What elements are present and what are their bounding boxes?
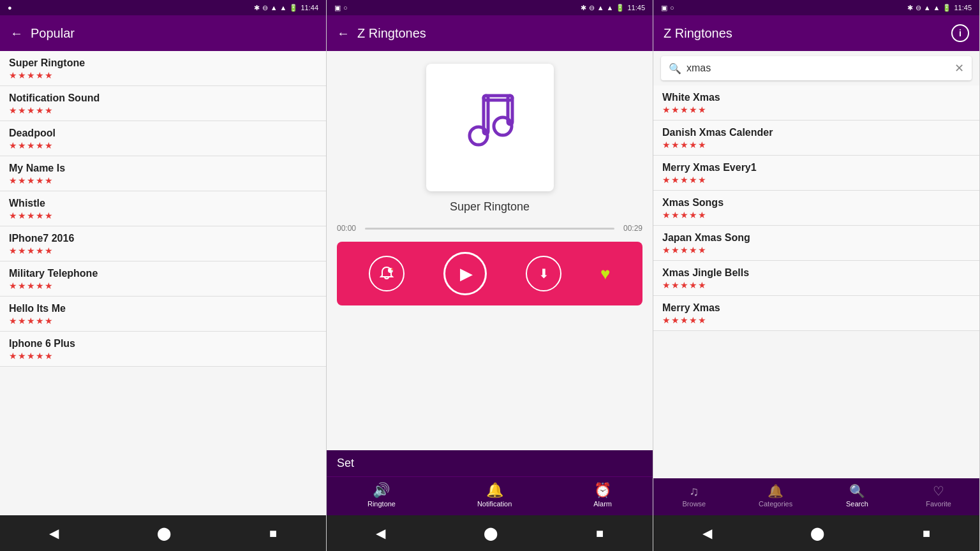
recents-nav-button[interactable]: ■	[269, 526, 277, 541]
favorite-tab-icon: ♡	[933, 483, 944, 499]
time-current: 00:00	[337, 224, 360, 233]
download-button[interactable]: ⬇	[526, 256, 561, 291]
status-dot: ●	[8, 4, 12, 11]
signal-icon-2: ▲	[607, 4, 614, 11]
alarm-icon: ⏰	[594, 482, 611, 499]
set-ringtone-button[interactable]: 📍	[369, 256, 405, 291]
player-content: Super Ringtone 00:00 00:29 📍 ▶	[327, 51, 653, 450]
list-item[interactable]: My Name Is ★★★★★	[0, 156, 326, 191]
status-bar-3: ▣ ○ ✱ ⊖ ▲ ▲ 🔋 11:45	[653, 0, 979, 15]
list-item[interactable]: Super Ringtone ★★★★★	[0, 51, 326, 86]
list-item[interactable]: Japan Xmas Song ★★★★★	[653, 226, 979, 261]
back-nav-button[interactable]: ◀	[49, 525, 59, 541]
player-controls: 📍 ▶ ⬇ ♥	[337, 242, 642, 305]
bottom-tabs-2: 🔊 Ringtone 🔔 Notification ⏰ Alarm	[327, 476, 653, 515]
stars: ★★★★★	[662, 280, 970, 290]
info-button[interactable]: i	[951, 24, 969, 42]
recents-nav-button-2[interactable]: ■	[596, 526, 604, 541]
back-nav-button-3[interactable]: ◀	[702, 525, 712, 541]
stars: ★★★★★	[9, 316, 317, 326]
svg-point-4	[494, 117, 512, 135]
ringtone-name: Japan Xmas Song	[662, 232, 970, 244]
minus-icon: ⊖	[262, 4, 268, 12]
clear-search-button[interactable]: ✕	[954, 61, 964, 75]
list-item[interactable]: Military Telephone ★★★★★	[0, 261, 326, 297]
play-icon: ▶	[460, 264, 473, 284]
player-header: ← Z Ringtones	[327, 15, 653, 51]
battery-icon-3: 🔋	[942, 4, 951, 12]
tab-categories[interactable]: 🔔 Categories	[757, 483, 795, 508]
list-item[interactable]: Notification Sound ★★★★★	[0, 86, 326, 121]
stars: ★★★★★	[662, 245, 970, 255]
stars: ★★★★★	[9, 246, 317, 256]
list-item[interactable]: Xmas Jingle Bells ★★★★★	[653, 261, 979, 296]
bottom-tabs-3: ♫ Browse 🔔 Categories 🔍 Search ♡ Favorit…	[653, 478, 979, 515]
home-nav-button[interactable]: ⬤	[157, 525, 171, 541]
list-item[interactable]: Whistle ★★★★★	[0, 191, 326, 226]
tab-browse[interactable]: ♫ Browse	[675, 484, 713, 508]
search-input[interactable]	[687, 62, 949, 74]
status-dot-3: ▣	[661, 4, 667, 12]
signal-icon: ▲	[280, 4, 287, 11]
back-button-2[interactable]: ←	[337, 26, 350, 41]
status-dot-2: ▣	[334, 4, 341, 12]
set-bar: Set	[327, 450, 653, 476]
stars: ★★★★★	[9, 175, 317, 186]
search-tab-icon: 🔍	[849, 483, 865, 499]
ringtone-name: Military Telephone	[9, 268, 317, 279]
ringtone-name: Deadpool	[9, 128, 317, 139]
ringtone-name: Hello Its Me	[9, 303, 317, 314]
list-item[interactable]: Hello Its Me ★★★★★	[0, 297, 326, 332]
progress-bar[interactable]	[365, 228, 614, 230]
minus-icon-3: ⊖	[916, 4, 921, 12]
list-item[interactable]: White Xmas ★★★★★	[653, 85, 979, 121]
tab-search[interactable]: 🔍 Search	[838, 483, 876, 508]
tab-ringtone[interactable]: 🔊 Ringtone	[368, 482, 396, 508]
tab-notification-label: Notification	[477, 500, 512, 508]
album-art	[426, 64, 554, 191]
stars: ★★★★★	[662, 175, 970, 185]
list-item[interactable]: Xmas Songs ★★★★★	[653, 191, 979, 226]
home-nav-button-3[interactable]: ⬤	[810, 525, 824, 541]
search-results: White Xmas ★★★★★ Danish Xmas Calender ★★…	[653, 85, 979, 478]
stars: ★★★★★	[9, 140, 317, 151]
time-display-2: 11:45	[627, 4, 645, 11]
panel-search: ▣ ○ ✱ ⊖ ▲ ▲ 🔋 11:45 Z Ringtones i 🔍 ✕ Wh…	[653, 0, 980, 551]
ringtone-name: My Name Is	[9, 163, 317, 174]
list-item[interactable]: Danish Xmas Calender ★★★★★	[653, 121, 979, 156]
list-item[interactable]: Merry Xmas ★★★★★	[653, 296, 979, 331]
home-nav-button-2[interactable]: ⬤	[484, 525, 498, 541]
recents-nav-button-3[interactable]: ■	[923, 526, 930, 541]
list-item[interactable]: IPhone7 2016 ★★★★★	[0, 226, 326, 261]
minus-icon-2: ⊖	[589, 4, 595, 12]
search-icon: 🔍	[669, 62, 681, 75]
tab-favorite[interactable]: ♡ Favorite	[919, 483, 958, 508]
ringtone-name: Whistle	[9, 198, 317, 209]
bluetooth-icon: ✱	[254, 4, 260, 12]
bottom-nav-1: ◀ ⬤ ■	[0, 515, 326, 551]
tab-ringtone-label: Ringtone	[368, 500, 396, 508]
bottom-nav-3: ◀ ⬤ ■	[653, 515, 979, 551]
wifi-icon-2: ▲	[597, 4, 604, 11]
set-label: Set	[337, 457, 354, 469]
tab-notification[interactable]: 🔔 Notification	[477, 482, 512, 508]
tab-alarm[interactable]: ⏰ Alarm	[593, 482, 612, 508]
signal-icon-3: ▲	[933, 4, 940, 11]
tab-favorite-label: Favorite	[926, 500, 951, 508]
search-bar: 🔍 ✕	[661, 56, 972, 80]
stars: ★★★★★	[662, 140, 970, 150]
list-item[interactable]: Deadpool ★★★★★	[0, 121, 326, 156]
wifi-icon: ▲	[271, 4, 278, 11]
tab-alarm-label: Alarm	[593, 500, 612, 508]
list-item[interactable]: Iphone 6 Plus ★★★★★	[0, 332, 326, 367]
favorite-button[interactable]: ♥	[600, 264, 610, 284]
list-item[interactable]: Merry Xmas Every1 ★★★★★	[653, 156, 979, 191]
back-nav-button-2[interactable]: ◀	[376, 525, 385, 541]
stars: ★★★★★	[9, 210, 317, 221]
play-button[interactable]: ▶	[443, 252, 487, 295]
ringtone-name: Notification Sound	[9, 92, 317, 104]
time-display-3: 11:45	[954, 4, 972, 11]
ringtone-icon: 🔊	[373, 482, 390, 499]
back-button-1[interactable]: ←	[10, 26, 23, 41]
bluetooth-icon-3: ✱	[907, 4, 913, 12]
